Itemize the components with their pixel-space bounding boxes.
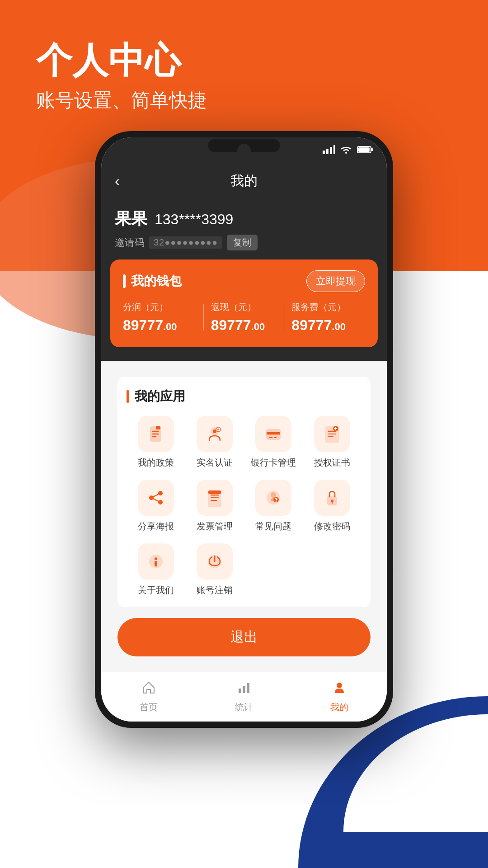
amount-service-value: 89777.00 [284, 317, 365, 334]
svg-rect-19 [267, 432, 280, 435]
signal-icon [323, 145, 335, 157]
app-label-policy: 我的政策 [138, 457, 174, 469]
svg-point-43 [276, 501, 277, 502]
realname-icon [206, 425, 224, 443]
svg-rect-21 [274, 437, 277, 438]
profile-name: 果果 [115, 208, 147, 230]
app-item-share[interactable]: 分享海报 [127, 480, 185, 533]
share-icon [147, 489, 165, 507]
hero-text: 个人中心 账号设置、简单快捷 [36, 41, 207, 113]
nav-title: 我的 [230, 172, 258, 190]
app-item-realname[interactable]: 实名认证 [185, 416, 244, 469]
apps-bar-icon [127, 390, 129, 403]
app-icon-faq-wrap [255, 480, 291, 516]
app-item-cert[interactable]: 授权证书 [303, 416, 361, 469]
svg-rect-3 [333, 145, 335, 154]
stats-icon [237, 680, 251, 698]
svg-rect-2 [330, 147, 332, 154]
svg-point-4 [345, 152, 347, 154]
policy-icon [147, 425, 165, 443]
app-label-realname: 实名认证 [197, 457, 233, 469]
wallet-card: 我的钱包 立即提现 分润（元） 89777.00 返现（元） 89777 [110, 259, 378, 347]
tab-home-label: 首页 [140, 701, 158, 713]
svg-rect-7 [371, 148, 373, 151]
app-icon-invoice-wrap [197, 480, 233, 516]
tab-home[interactable]: 首页 [101, 672, 197, 722]
tab-mine[interactable]: 我的 [291, 672, 387, 722]
bank-icon [264, 425, 282, 443]
amount-profit: 分润（元） 89777.00 [123, 301, 204, 334]
svg-rect-53 [247, 683, 249, 693]
svg-rect-52 [243, 686, 245, 693]
wallet-title-row: 我的钱包 [123, 273, 182, 290]
amount-profit-value: 89777.00 [123, 317, 204, 334]
app-label-bank: 银行卡管理 [251, 457, 296, 469]
svg-rect-51 [239, 689, 241, 693]
profile-section: 果果 133****3399 邀请码 32●●●●●●●●● 复制 [101, 197, 387, 267]
hero-subtitle: 账号设置、简单快捷 [36, 88, 207, 113]
svg-point-45 [331, 500, 333, 502]
profile-name-row: 果果 133****3399 [115, 208, 373, 230]
app-item-faq[interactable]: 常见问题 [244, 480, 303, 533]
app-label-about: 关于我们 [138, 584, 174, 596]
app-icon-share-wrap [138, 480, 174, 516]
back-button[interactable]: ‹ [115, 173, 120, 189]
svg-point-54 [337, 683, 342, 688]
svg-rect-39 [208, 491, 221, 494]
copy-button[interactable]: 复制 [227, 235, 258, 250]
app-label-password: 修改密码 [314, 520, 350, 533]
nav-bar: ‹ 我的 [101, 165, 387, 197]
app-item-deregister[interactable]: 账号注销 [185, 543, 244, 596]
spacer [108, 665, 380, 672]
profile-phone: 133****3399 [155, 211, 233, 228]
app-item-invoice[interactable]: 发票管理 [185, 480, 244, 533]
app-icon-cert-wrap [314, 416, 350, 452]
battery-icon [357, 145, 373, 157]
mine-icon [332, 680, 347, 698]
amount-profit-label: 分润（元） [123, 301, 204, 313]
wallet-amounts: 分润（元） 89777.00 返现（元） 89777.00 服务费（元） 897… [123, 301, 365, 334]
apps-title: 我的应用 [135, 388, 185, 405]
app-item-policy[interactable]: 我的政策 [127, 416, 185, 469]
svg-rect-20 [269, 437, 272, 438]
svg-rect-12 [156, 426, 160, 429]
profile-invite-row: 邀请码 32●●●●●●●●● 复制 [115, 235, 373, 250]
about-icon [147, 552, 165, 571]
deregister-icon [206, 552, 224, 571]
svg-rect-49 [155, 561, 157, 566]
amount-cashback-label: 返现（元） [204, 301, 285, 313]
wallet-bar-icon [123, 274, 126, 288]
phone-camera [237, 144, 251, 157]
amount-service-label: 服务费（元） [284, 301, 365, 313]
svg-point-41 [271, 492, 276, 498]
apps-title-row: 我的应用 [127, 388, 361, 405]
hero-title: 个人中心 [36, 41, 207, 80]
wifi-icon [340, 145, 352, 157]
invite-label: 邀请码 [115, 236, 145, 250]
phone-outer: ‹ 我的 果果 133****3399 邀请码 32●●●●●●●●● 复制 [95, 131, 393, 728]
amount-cashback-value: 89777.00 [204, 317, 285, 334]
app-item-about[interactable]: 关于我们 [127, 543, 185, 596]
apps-section: 我的应用 [117, 377, 371, 607]
app-item-bank[interactable]: 银行卡管理 [244, 416, 303, 469]
withdraw-button[interactable]: 立即提现 [306, 270, 365, 292]
logout-button[interactable]: 退出 [117, 618, 371, 656]
cert-icon [323, 425, 341, 443]
svg-point-48 [155, 557, 157, 560]
svg-rect-6 [358, 147, 370, 152]
tab-stats[interactable]: 统计 [197, 672, 292, 722]
screen-content[interactable]: ‹ 我的 果果 133****3399 邀请码 32●●●●●●●●● 复制 [101, 137, 387, 672]
status-icons [323, 145, 373, 157]
invoice-icon [206, 489, 224, 507]
app-label-share: 分享海报 [138, 520, 174, 533]
home-icon [141, 680, 156, 698]
tab-mine-label: 我的 [330, 701, 348, 713]
app-label-deregister: 账号注销 [197, 584, 233, 596]
wallet-header: 我的钱包 立即提现 [123, 270, 365, 292]
invite-code: 32●●●●●●●●● [149, 236, 222, 249]
amount-service: 服务费（元） 89777.00 [284, 301, 365, 334]
app-icon-bank-wrap [255, 416, 291, 452]
app-item-password[interactable]: 修改密码 [303, 480, 361, 533]
app-label-cert: 授权证书 [314, 457, 350, 469]
app-label-faq: 常见问题 [255, 520, 291, 533]
